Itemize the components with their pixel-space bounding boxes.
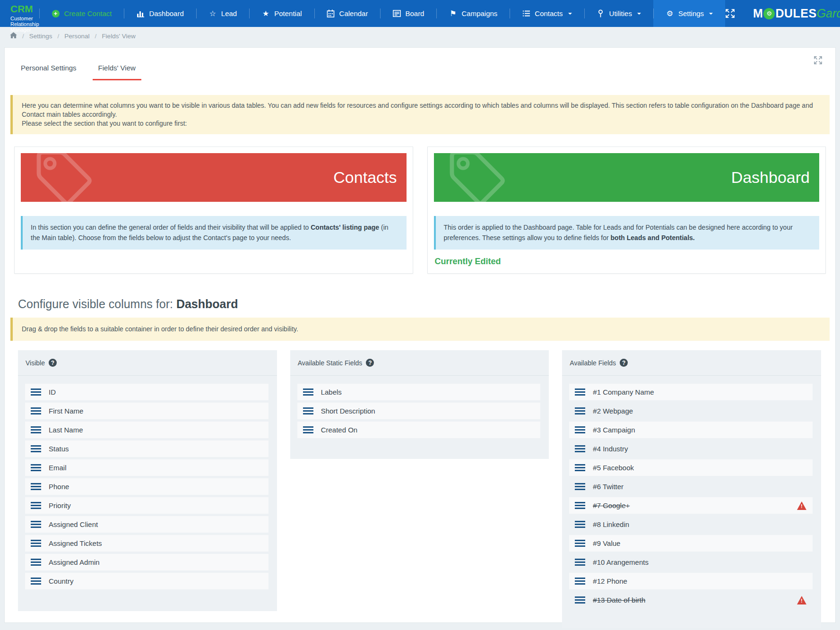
chevron-down-icon [568, 13, 572, 15]
available-row-10-arangements[interactable]: #10 Arangements [569, 554, 813, 570]
static-field-list: LabelsShort DescriptionCreated On [290, 376, 549, 438]
available-row-5-facebook[interactable]: #5 Facebook [569, 459, 813, 476]
app-brand[interactable]: CRM Customer Relationship Manager [0, 0, 39, 27]
nav-item-lead[interactable]: ☆Lead [196, 0, 249, 27]
visible-row-assigned-tickets[interactable]: Assigned Tickets [25, 535, 268, 552]
drag-handle-icon [303, 388, 313, 396]
drag-handle-icon [303, 426, 313, 433]
drag-handle-icon [31, 578, 41, 585]
nav-item-label: Dashboard [149, 9, 183, 17]
visible-row-priority[interactable]: Priority [25, 497, 268, 514]
field-label: Country [49, 577, 74, 585]
field-label: #5 Facebook [593, 464, 634, 472]
help-icon[interactable] [620, 359, 628, 367]
static-panel-title: Available Static Fields [298, 359, 363, 367]
nav-item-label: Potential [274, 9, 302, 17]
available-panel-header: Available Fields [562, 350, 821, 376]
nav-item-calendar[interactable]: Calendar [314, 0, 381, 27]
available-row-8-linkedin[interactable]: #8 Linkedin [569, 516, 813, 533]
drag-handle-icon [31, 464, 41, 471]
field-label: Assigned Client [49, 520, 98, 528]
field-label: Email [49, 464, 67, 472]
breadcrumb-item-personal[interactable]: Personal [64, 33, 89, 40]
available-row-6-twitter[interactable]: #6 Twitter [569, 478, 813, 495]
visible-row-phone[interactable]: Phone [25, 478, 268, 495]
available-row-2-webpage[interactable]: #2 Webpage [569, 403, 813, 419]
dashboard-banner-title: Dashboard [731, 168, 810, 187]
visible-row-status[interactable]: Status [25, 440, 268, 457]
app-logo-text: CRM [10, 3, 39, 14]
available-row-12-phone[interactable]: #12 Phone [569, 573, 813, 589]
field-label: #10 Arangements [593, 558, 649, 566]
field-label: First Name [49, 407, 83, 415]
visible-row-first-name[interactable]: First Name [25, 403, 268, 419]
help-icon[interactable] [49, 359, 57, 367]
description-text: Contacts' listing page [311, 224, 379, 231]
available-fields-panel: Available Fields #1 Company Name#2 Webpa… [562, 350, 821, 628]
nav-item-label: Campaigns [461, 9, 497, 17]
drag-handle-icon [303, 407, 313, 414]
nav-menu: Create ContactDashboard☆Lead★PotentialCa… [39, 0, 726, 27]
nav-item-label: Board [405, 9, 424, 17]
expand-card-icon[interactable] [814, 56, 823, 67]
breadcrumb-item-fields-view: Fields' View [102, 33, 135, 40]
app-tagline: Customer Relationship Manager [10, 16, 39, 33]
available-row-9-value[interactable]: #9 Value [569, 535, 813, 552]
warning-icon [797, 596, 806, 604]
contacts-banner: Contacts [21, 153, 407, 202]
modulesgarden-logo[interactable]: M⚙DULESGarden [753, 7, 840, 20]
field-label: Assigned Admin [49, 558, 100, 566]
visible-row-assigned-admin[interactable]: Assigned Admin [25, 554, 268, 570]
nav-item-label: Calendar [339, 9, 368, 17]
contacts-section-card[interactable]: Contacts In this section you can define … [14, 147, 413, 274]
fullscreen-icon[interactable] [725, 9, 735, 18]
visible-row-id[interactable]: ID [25, 384, 268, 400]
configure-heading: Configure visible columns for: Dashboard [18, 297, 835, 311]
description-text: both Leads and Potentials. [611, 234, 695, 242]
drag-handle-icon [575, 483, 585, 490]
dashboard-description: This order is applied to the Dashboard p… [434, 216, 820, 250]
help-icon[interactable] [366, 359, 374, 367]
static-row-short-description[interactable]: Short Description [297, 403, 541, 419]
static-row-created-on[interactable]: Created On [297, 422, 541, 438]
nav-item-potential[interactable]: ★Potential [249, 0, 314, 27]
available-row-7-google[interactable]: #7 Google+ [569, 497, 813, 514]
tab-personal-settings[interactable]: Personal Settings [15, 64, 82, 80]
nav-item-contacts[interactable]: Contacts [510, 0, 584, 27]
nav-item-label: Lead [221, 9, 237, 17]
field-label: #8 Linkedin [593, 520, 629, 528]
visible-row-country[interactable]: Country [25, 573, 268, 589]
field-label: Last Name [49, 426, 83, 434]
nav-item-campaigns[interactable]: ⚑Campaigns [436, 0, 510, 27]
breadcrumb-separator: / [58, 33, 60, 40]
tab-fields-view[interactable]: Fields' View [93, 64, 141, 80]
star-outline-icon: ☆ [208, 9, 217, 18]
static-row-labels[interactable]: Labels [297, 384, 541, 400]
drag-handle-icon [575, 426, 585, 433]
available-row-13-date-of-birth[interactable]: #13 Date of birth [569, 592, 813, 608]
dashboard-section-card[interactable]: Dashboard This order is applied to the D… [427, 147, 826, 274]
nav-item-utilities[interactable]: Utilities [584, 0, 653, 27]
tag-icon [34, 153, 93, 202]
logo-part-m: M [753, 7, 763, 20]
nav-item-board[interactable]: Board [380, 0, 436, 27]
logo-part-dules: DULES [775, 7, 816, 20]
field-label: ID [49, 388, 56, 396]
breadcrumb: /Settings/Personal/Fields' View [0, 27, 840, 45]
nav-item-dashboard[interactable]: Dashboard [124, 0, 196, 27]
available-row-3-campaign[interactable]: #3 Campaign [569, 422, 813, 438]
drag-handle-icon [575, 445, 585, 452]
home-icon[interactable] [10, 32, 17, 40]
nav-item-settings[interactable]: ⚙Settings [653, 0, 725, 27]
visible-row-assigned-client[interactable]: Assigned Client [25, 516, 268, 533]
nav-item-create-contact[interactable]: Create Contact [39, 0, 124, 27]
visible-row-last-name[interactable]: Last Name [25, 422, 268, 438]
visible-row-email[interactable]: Email [25, 459, 268, 476]
available-row-1-company-name[interactable]: #1 Company Name [569, 384, 813, 400]
visible-panel: Visible IDFirst NameLast NameStatusEmail… [18, 350, 277, 611]
available-row-4-industry[interactable]: #4 Industry [569, 440, 813, 457]
description-text: In this section you can define the gener… [31, 224, 311, 231]
breadcrumb-item-settings[interactable]: Settings [29, 33, 52, 40]
drag-handle-icon [31, 483, 41, 490]
drag-handle-icon [575, 578, 585, 585]
